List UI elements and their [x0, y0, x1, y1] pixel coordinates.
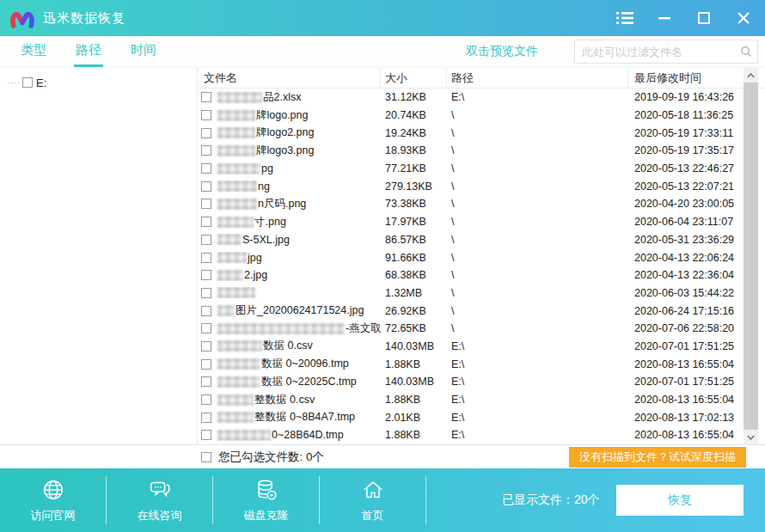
file-row[interactable]: 牌logo.png20.74KB\2020-05-18 11:36:25: [198, 107, 765, 125]
column-header-size[interactable]: 大小: [381, 68, 447, 88]
nav-label: 首页: [362, 508, 384, 523]
row-checkbox[interactable]: [201, 181, 211, 192]
scrollbar-thumb[interactable]: [744, 83, 758, 430]
row-checkbox[interactable]: [201, 341, 211, 352]
file-table: 文件名 大小 路径 最后修改时间 品2.xlsx31.12KBE:\2019-0…: [198, 68, 765, 444]
app-logo-icon: [9, 7, 36, 30]
close-icon[interactable]: [734, 9, 753, 28]
cell-size: 1.88KB: [381, 358, 447, 370]
file-row[interactable]: S-5XL.jpg86.57KB\2020-05-31 23:36:29: [198, 231, 765, 249]
cell-size: 1.32MB: [381, 287, 447, 299]
row-checkbox[interactable]: [201, 306, 211, 316]
row-checkbox[interactable]: [201, 128, 211, 138]
file-row[interactable]: 整数据 0~8B4A7.tmp2.01KBE:\2020-08-13 17:02…: [198, 408, 765, 426]
row-checkbox[interactable]: [201, 199, 211, 209]
filename-text: 0~28B64D.tmp: [272, 429, 344, 441]
scroll-up-icon[interactable]: [744, 68, 758, 83]
select-all-checkbox[interactable]: [201, 452, 211, 462]
cell-filename: S-5XL.jpg: [198, 234, 381, 246]
row-checkbox[interactable]: [201, 376, 211, 387]
menu-list-icon[interactable]: [615, 9, 634, 28]
file-row[interactable]: 牌logo3.png18.93KB\2020-05-19 17:35:17: [198, 142, 765, 160]
file-row[interactable]: 图片_20200624171524.jpg26.92KB\2020-06-24 …: [198, 302, 765, 320]
filename-text: 寸.png: [254, 215, 286, 229]
home-icon: [360, 477, 386, 503]
file-row[interactable]: -燕文取...72.65KB\2020-07-06 22:58:20: [198, 320, 765, 338]
nav-online-support[interactable]: 在线咨询: [107, 476, 213, 524]
row-checkbox[interactable]: [201, 217, 211, 227]
row-checkbox[interactable]: [201, 430, 211, 440]
column-header-path[interactable]: 路径: [447, 68, 628, 88]
filename-text: n尺码.png: [258, 197, 306, 211]
tab-path[interactable]: 路径: [74, 36, 103, 67]
title-bar: 迅米数据恢复: [0, 0, 765, 36]
file-row[interactable]: 品2.xlsx31.12KBE:\2019-09-19 16:43:26: [198, 89, 765, 107]
row-checkbox[interactable]: [201, 235, 211, 245]
file-row[interactable]: pg77.21KB\2020-05-13 22:46:27: [198, 160, 765, 178]
cell-filename: n尺码.png: [198, 197, 381, 211]
search-icon[interactable]: [740, 46, 752, 58]
cell-path: \: [447, 269, 628, 281]
cell-size: 73.38KB: [381, 198, 447, 210]
row-checkbox[interactable]: [201, 145, 211, 156]
nav-disk-clone[interactable]: 磁盘克隆: [213, 476, 320, 524]
cell-path: \: [447, 305, 628, 317]
tab-type[interactable]: 类型: [19, 36, 48, 67]
row-checkbox[interactable]: [201, 270, 211, 280]
file-row[interactable]: 数据 0~22025C.tmp140.03MBE:\2020-07-01 17:…: [198, 373, 765, 391]
drive-label: E:: [36, 76, 46, 89]
cell-size: 279.13KB: [381, 180, 447, 193]
cell-size: 140.03MB: [381, 340, 447, 352]
file-row[interactable]: 1.32MB\2020-06-03 15:44:22: [198, 284, 765, 303]
column-header-filename[interactable]: 文件名: [198, 68, 381, 88]
cell-path: E:\: [447, 340, 628, 352]
row-checkbox[interactable]: [201, 323, 211, 333]
cell-path: \: [447, 287, 628, 299]
row-checkbox[interactable]: [201, 110, 211, 120]
vertical-scrollbar[interactable]: [744, 68, 758, 444]
file-row[interactable]: jpg91.66KB\2020-04-13 22:06:24: [198, 248, 765, 266]
file-row[interactable]: 牌logo2.png19.24KB\2020-05-19 17:33:11: [198, 124, 765, 142]
row-checkbox[interactable]: [201, 359, 211, 370]
recover-button[interactable]: 恢复: [616, 485, 744, 516]
redacted-filename-part: [217, 199, 257, 210]
cell-size: 1.88KB: [381, 394, 447, 406]
deep-scan-button[interactable]: 没有扫描到文件？试试深度扫描: [569, 447, 746, 468]
cell-path: \: [447, 144, 628, 156]
main-content: ···· E: 文件名 大小 路径 最后修改时间 品2.xlsx31.12KBE…: [0, 67, 765, 444]
row-checkbox[interactable]: [201, 413, 211, 423]
drive-checkbox[interactable]: [22, 77, 33, 88]
maximize-icon[interactable]: [695, 9, 713, 28]
file-row[interactable]: 数据 0.csv140.03MBE:\2020-07-01 17:51:25: [198, 338, 765, 356]
redacted-filename-part: [217, 163, 260, 174]
file-row[interactable]: 2.jpg68.38KB\2020-04-13 22:36:04: [198, 266, 765, 284]
file-row[interactable]: n尺码.png73.38KB\2020-04-20 23:00:05: [198, 195, 765, 213]
tab-time[interactable]: 时间: [129, 36, 158, 67]
row-checkbox[interactable]: [201, 288, 211, 298]
filename-filter-input[interactable]: [582, 46, 740, 58]
nav-home[interactable]: 首页: [320, 476, 426, 524]
row-checkbox[interactable]: [201, 92, 211, 102]
file-row[interactable]: 0~28B64D.tmp1.88KBE:\2020-08-13 16:55:04: [198, 426, 765, 444]
disk-clone-icon: [254, 477, 279, 503]
cell-filename: 图片_20200624171524.jpg: [198, 303, 381, 318]
filename-text: 品2.xlsx: [263, 90, 301, 105]
row-checkbox[interactable]: [201, 163, 211, 174]
cell-size: 31.12KB: [381, 91, 447, 103]
file-row[interactable]: 数据 0~20096.tmp1.88KBE:\2020-08-13 16:55:…: [198, 355, 765, 373]
row-checkbox[interactable]: [201, 394, 211, 405]
row-checkbox[interactable]: [201, 253, 211, 263]
redacted-filename-part: [217, 234, 242, 245]
drive-tree-item-e[interactable]: ···· E:: [0, 74, 197, 91]
file-row[interactable]: 整数据 0.csv1.88KBE:\2020-08-13 16:55:04: [198, 391, 765, 409]
file-row[interactable]: ng279.13KB\2020-05-13 22:07:21: [198, 177, 765, 195]
cell-size: 77.21KB: [381, 162, 447, 174]
footer-bar: 访问官网 在线咨询: [0, 468, 765, 532]
nav-official-site[interactable]: 访问官网: [0, 476, 107, 524]
tree-branch-dots: ····: [7, 78, 21, 87]
app-title: 迅米数据恢复: [43, 10, 125, 27]
cell-filename: 牌logo3.png: [198, 144, 381, 158]
scroll-down-icon[interactable]: [744, 430, 758, 444]
file-row[interactable]: 寸.png17.97KB\2020-06-04 23:11:07: [198, 213, 765, 231]
minimize-icon[interactable]: [655, 9, 674, 28]
